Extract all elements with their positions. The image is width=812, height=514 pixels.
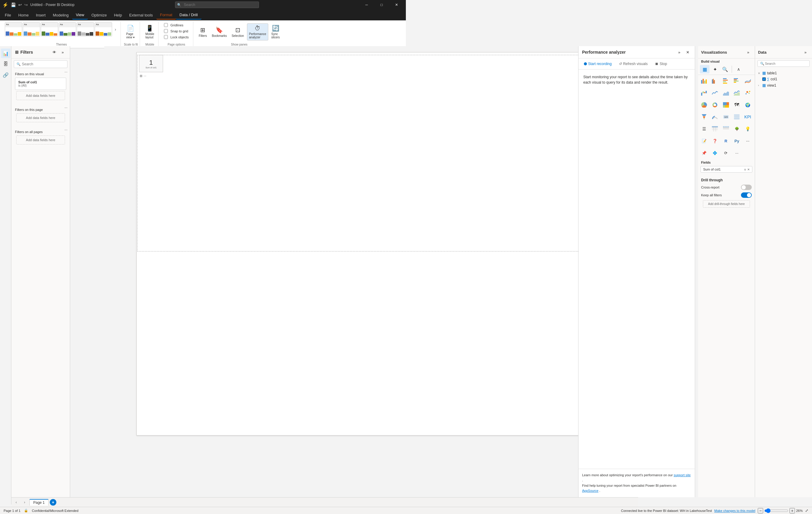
sync-slicers-button[interactable]: 🔄 Syncslicers <box>269 23 282 40</box>
filter-expand-icon[interactable]: » <box>59 49 66 56</box>
maximize-button[interactable]: □ <box>375 0 388 9</box>
filter-icon: ⊞ <box>15 50 19 55</box>
perf-analyzer-icon: ⏱ <box>255 25 260 32</box>
close-button[interactable]: ✕ <box>390 0 403 9</box>
filter-panel-icons: 👁 » <box>51 49 66 56</box>
visual-icons-bar: ⊞ ··· <box>140 74 146 78</box>
filters-on-page-more[interactable]: ··· <box>64 106 67 110</box>
snap-label: Snap to grid <box>170 29 188 33</box>
menu-bar: File Home Insert Modeling View Optimize … <box>0 9 406 20</box>
app-icon: ⚡ <box>2 2 8 8</box>
bookmarks-button[interactable]: 🔖 Bookmarks <box>210 25 229 39</box>
theme-2[interactable]: Aa <box>23 22 40 36</box>
page-options-items: Gridlines Snap to grid Lock objects <box>162 22 190 46</box>
selection-icon: ⊡ <box>235 26 240 34</box>
theme-5[interactable]: Aa <box>77 22 94 36</box>
add-visual-fields-btn[interactable]: Add data fields here <box>16 91 65 100</box>
sync-icon: 🔄 <box>272 25 279 32</box>
themes-group-label: Themes <box>2 43 120 46</box>
menu-optimize[interactable]: Optimize <box>88 10 110 20</box>
gridlines-checkbox[interactable] <box>164 23 168 27</box>
menu-view[interactable]: View <box>72 10 88 20</box>
filters-on-all-pages-title: Filters on all pages <box>15 130 66 134</box>
menu-format[interactable]: Format <box>156 10 176 20</box>
theme-6[interactable]: Aa <box>95 22 112 36</box>
theme-3[interactable]: Aa <box>41 22 58 36</box>
filters-icon: ⊞ <box>200 26 205 34</box>
scale-label: Scale to fit <box>122 43 140 46</box>
performance-analyzer-button[interactable]: ⏱ Performanceanalyzer <box>247 23 268 40</box>
mobile-icon: 📱 <box>146 25 153 32</box>
filter-panel: ⊞ Filters 👁 » 🔍 Filters on this visual ·… <box>11 46 70 257</box>
snap-to-grid-option[interactable]: Snap to grid <box>162 28 190 34</box>
show-panes-items: ⊞ Filters 🔖 Bookmarks ⊡ Selection ⏱ Perf… <box>197 22 282 46</box>
filter-panel-title: ⊞ Filters <box>15 50 33 55</box>
mobile-label: Mobilelayout <box>145 32 154 39</box>
title-search-wrap: 🔍 <box>175 1 259 8</box>
sidebar-model-icon[interactable]: 🔗 <box>1 70 10 80</box>
window-title: Untitled - Power BI Desktop <box>30 3 74 7</box>
visual-more-icon[interactable]: ··· <box>144 74 146 78</box>
filter-eye-icon[interactable]: 👁 <box>51 49 58 56</box>
gridlines-label: Gridlines <box>170 23 183 27</box>
mobile-layout-button[interactable]: 📱 Mobilelayout <box>144 23 156 40</box>
filters-on-page-title: Filters on this page <box>15 108 66 112</box>
ribbon-group-page-view: 📄 Pageview ▾ Scale to fit <box>122 22 140 47</box>
theme-4[interactable]: Aa <box>59 22 76 36</box>
undo-icon[interactable]: ↩ <box>18 2 22 7</box>
left-sidebar: 📊 🗄 🔗 <box>0 46 11 257</box>
selection-label: Selection <box>232 34 244 37</box>
theme-1[interactable]: Aa <box>5 22 22 36</box>
page-view-icon: 📄 <box>127 25 134 32</box>
ribbon-group-themes: Aa Aa <box>2 22 121 47</box>
page-view-button[interactable]: 📄 Pageview ▾ <box>124 23 136 40</box>
lock-objects-option[interactable]: Lock objects <box>162 34 190 40</box>
menu-help[interactable]: Help <box>110 10 125 20</box>
perf-analyzer-label: Performanceanalyzer <box>249 32 266 39</box>
sidebar-report-icon[interactable]: 📊 <box>1 49 10 58</box>
lock-checkbox[interactable] <box>164 35 168 39</box>
title-bar: ⚡ 💾 ↩ ↪ Untitled - Power BI Desktop 🔍 ─ … <box>0 0 406 9</box>
filter-panel-header: ⊞ Filters 👁 » <box>11 46 70 58</box>
title-bar-controls: ─ □ ✕ <box>360 0 403 9</box>
sidebar-data-icon[interactable]: 🗄 <box>1 59 10 69</box>
bookmark-icon: 🔖 <box>215 26 223 34</box>
selection-button[interactable]: ⊡ Selection <box>230 25 246 39</box>
visual-filter-icon[interactable]: ⊞ <box>140 74 142 78</box>
white-page: 1 Sum of col1 ⊞ ··· <box>136 52 406 257</box>
minimize-button[interactable]: ─ <box>360 0 374 9</box>
menu-modeling[interactable]: Modeling <box>49 10 72 20</box>
title-search-input[interactable] <box>175 1 259 8</box>
lock-label: Lock objects <box>170 35 188 39</box>
page-options-label: Page options <box>160 43 193 46</box>
report-canvas: 1 Sum of col1 ⊞ ··· <box>104 46 406 257</box>
gridlines-option[interactable]: Gridlines <box>162 22 185 28</box>
menu-home[interactable]: Home <box>15 10 32 20</box>
themes-more-chevron[interactable]: › <box>113 22 118 36</box>
filters-on-all-pages-more[interactable]: ··· <box>64 128 67 132</box>
mobile-group-label: Mobile <box>141 43 158 46</box>
ribbon-group-page-options: Gridlines Snap to grid Lock objects Page… <box>160 22 193 47</box>
save-icon[interactable]: 💾 <box>11 2 16 7</box>
menu-file[interactable]: File <box>1 10 15 20</box>
filters-on-visual-title: Filters on this visual <box>15 72 66 76</box>
menu-external-tools[interactable]: External tools <box>125 10 156 20</box>
filter-search-icon: 🔍 <box>17 62 21 66</box>
filters-on-visual-more[interactable]: ··· <box>64 70 67 74</box>
themes-items: Aa Aa <box>5 22 118 46</box>
add-page-fields-btn[interactable]: Add data fields here <box>16 113 65 122</box>
filter-search-box: 🔍 <box>14 60 67 68</box>
menu-insert[interactable]: Insert <box>32 10 50 20</box>
title-search-icon: 🔍 <box>177 3 181 7</box>
filter-search-input[interactable] <box>21 61 68 68</box>
snap-checkbox[interactable] <box>164 29 168 33</box>
filters-pane-button[interactable]: ⊞ Filters <box>197 25 209 39</box>
show-panes-label: Show panes <box>195 43 284 46</box>
add-all-pages-fields-btn[interactable]: Add data fields here <box>16 136 65 144</box>
menu-data-drill[interactable]: Data / Drill <box>176 10 201 20</box>
sync-slicers-label: Syncslicers <box>271 32 280 39</box>
filters-on-all-pages-section: Filters on all pages ··· Add data fields… <box>11 128 70 147</box>
redo-icon[interactable]: ↪ <box>24 2 28 7</box>
filter-name: Sum of col1 <box>18 80 63 84</box>
ribbon: Aa Aa <box>0 20 406 48</box>
